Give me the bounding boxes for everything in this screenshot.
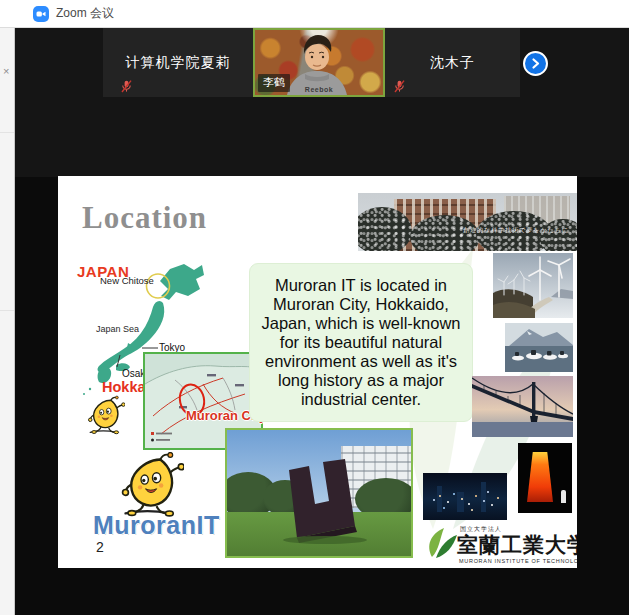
- mascot-name-text: MuroranIT: [93, 511, 220, 540]
- participant-name: 沈木子: [430, 54, 475, 72]
- wind-turbines-drawing: [493, 253, 573, 318]
- slide-page-number: 2: [96, 539, 104, 555]
- participant-tile-xiali[interactable]: 计算机学院夏莉: [103, 28, 253, 97]
- worker-figure: [561, 490, 566, 503]
- mascot-icon: [87, 394, 125, 438]
- map-label-new-chitose: New Chitose: [100, 275, 154, 286]
- factory-tower: [457, 492, 464, 512]
- mic-muted-icon: [394, 80, 405, 93]
- banner-slogan-text: 創造的な科学技術で夢をかたちに: [463, 226, 569, 235]
- bridge-drawing: [472, 376, 573, 437]
- bridge-photo: [472, 376, 573, 437]
- sculpture: [267, 452, 377, 544]
- description-box: Muroran IT is located in Muroran City, H…: [249, 263, 473, 422]
- snowy-tree: [358, 207, 412, 251]
- factory-tower: [437, 486, 442, 512]
- steel-furnace-photo: [518, 443, 572, 513]
- window-titlebar: Zoom 会议: [0, 0, 629, 28]
- chevron-right-icon: [529, 57, 542, 70]
- sea-jetski-photo: [505, 323, 573, 372]
- camera-icon: [35, 8, 47, 20]
- slide-title: Location: [82, 200, 207, 236]
- window-title: Zoom 会议: [56, 5, 114, 22]
- university-leaf-logo: [425, 526, 458, 560]
- map-label-japan-sea: Japan Sea: [96, 324, 139, 334]
- logo-university-name-jp: 室蘭工業大学: [457, 531, 577, 559]
- logo-university-name-en: MURORAN INSTITUTE OF TECHNOLOGY: [459, 558, 577, 564]
- shirt-brand-text: Reebok: [305, 86, 333, 93]
- factory-night-photo: [423, 473, 507, 520]
- mic-muted-icon: [121, 80, 132, 93]
- mascot-icon: [120, 452, 184, 520]
- divider: [0, 132, 14, 133]
- participant-tile-lihe-video[interactable]: Reebok 李鹤: [253, 28, 385, 97]
- factory-lights: [423, 473, 425, 475]
- wind-turbines-photo: [493, 253, 573, 318]
- participant-name: 计算机学院夏莉: [126, 54, 231, 72]
- next-participants-button[interactable]: [523, 51, 548, 76]
- sculpture-campus-photo: [225, 428, 413, 558]
- sea-drawing: [505, 323, 573, 372]
- factory-tower: [481, 482, 486, 512]
- participant-tile-shenmuzi[interactable]: 沈木子: [385, 28, 520, 97]
- close-icon[interactable]: ×: [3, 66, 9, 77]
- zoom-app-icon: [33, 6, 49, 22]
- campus-banner-photo: 創造的な科学技術で夢をかたちに: [358, 193, 577, 251]
- shared-slide: Location JAPAN New Chitose Japan Sea Tok…: [58, 176, 577, 568]
- divider: [0, 310, 14, 311]
- participant-name-tag: 李鹤: [258, 74, 290, 92]
- snowy-tree: [540, 219, 577, 251]
- description-text: Muroran IT is located in Muroran City, H…: [257, 276, 465, 409]
- background-window-strip: ×: [0, 28, 15, 615]
- glowing-steel: [527, 452, 553, 502]
